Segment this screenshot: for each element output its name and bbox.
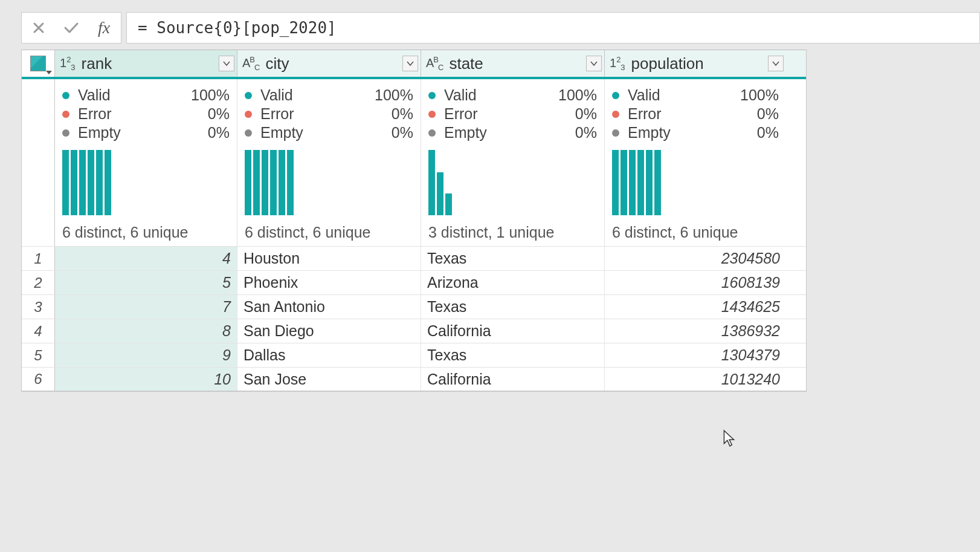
table-row[interactable]: 37San AntonioTexas1434625 [22,294,806,319]
row-number: 3 [22,295,55,319]
column-header-city[interactable]: ABC city [237,50,421,77]
quality-value: 0% [208,124,230,141]
quality-label: Empty [260,124,392,141]
quality-cell-state: Valid100% Error0% Empty0% 3 distinct, 1 … [421,79,605,246]
histogram-bar [621,150,627,215]
commit-icon[interactable] [62,18,81,37]
empty-dot-icon [428,129,436,137]
cell-population[interactable]: 1304379 [605,343,786,367]
histogram-bar [62,150,69,215]
distribution-chart [62,150,230,215]
quality-value: 0% [575,105,597,123]
histogram-bar [79,150,86,215]
column-name: state [449,54,586,73]
histogram-bar [88,150,94,215]
table-row[interactable]: 59DallasTexas1304379 [22,343,806,367]
quality-label: Error [260,105,392,123]
fx-icon[interactable]: fx [94,18,114,37]
error-dot-icon [245,111,252,118]
quality-label: Valid [444,86,558,104]
histogram-bar [96,150,103,215]
number-type-icon: 123 [610,55,625,72]
table-row[interactable]: 48San DiegoCalifornia1386932 [22,319,806,343]
column-name: rank [82,54,219,73]
quality-label: Error [628,105,757,123]
column-header-state[interactable]: ABC state [421,50,605,77]
mouse-cursor-icon [723,429,736,447]
quality-cell-rank: Valid100% Error0% Empty0% 6 distinct, 6 … [55,79,237,246]
row-number: 6 [22,368,55,391]
quality-value: 0% [575,124,597,141]
quality-cell-population: Valid100% Error0% Empty0% 6 distinct, 6 … [605,79,786,246]
cell-population[interactable]: 1434625 [605,295,786,319]
quality-label: Valid [628,86,740,104]
cell-rank[interactable]: 7 [55,295,237,319]
histogram-bar [105,150,111,215]
distinct-summary: 6 distinct, 6 unique [62,224,230,241]
table-row[interactable]: 610San JoseCalifornia1013240 [22,367,806,391]
quality-value: 0% [392,124,413,141]
row-number: 4 [22,319,55,343]
quality-value: 100% [558,86,597,104]
histogram-bar [428,150,435,215]
table-corner-button[interactable] [22,50,55,77]
cell-city[interactable]: San Antonio [237,295,421,319]
distinct-summary: 6 distinct, 6 unique [245,224,413,241]
valid-dot-icon [428,92,436,99]
quality-value: 100% [375,86,413,104]
column-name: population [631,54,768,73]
table-row[interactable]: 25PhoenixArizona1608139 [22,270,806,294]
cell-state[interactable]: Texas [421,343,605,367]
cell-city[interactable]: Dallas [237,343,421,367]
quality-label: Error [78,105,208,123]
cancel-icon[interactable] [29,18,48,37]
column-header-population[interactable]: 123 population [605,50,786,77]
histogram-bar [71,150,77,215]
column-header-rank[interactable]: 123 rank [55,50,237,77]
cell-state[interactable]: Arizona [421,271,605,294]
column-filter-button[interactable] [586,56,602,71]
column-filter-button[interactable] [768,56,784,71]
histogram-bar [637,150,644,215]
column-name: city [265,54,402,73]
cell-rank[interactable]: 9 [55,343,237,367]
cell-city[interactable]: San Jose [237,368,421,391]
empty-dot-icon [62,129,69,137]
histogram-bar [629,150,636,215]
cell-state[interactable]: Texas [421,247,605,270]
cell-rank[interactable]: 5 [55,271,237,294]
quality-value: 100% [740,86,779,104]
quality-gutter [22,79,55,246]
cell-city[interactable]: Houston [237,247,421,270]
cell-state[interactable]: California [421,368,605,391]
cell-rank[interactable]: 10 [55,368,237,391]
cell-state[interactable]: Texas [421,295,605,319]
cell-population[interactable]: 1608139 [605,271,786,294]
formula-input[interactable]: = Source{0}[pop_2020] [126,12,980,44]
quality-value: 0% [392,105,413,123]
column-filter-button[interactable] [219,56,234,71]
cell-city[interactable]: Phoenix [237,271,421,294]
cell-population[interactable]: 2304580 [605,247,786,270]
distinct-summary: 3 distinct, 1 unique [428,224,597,241]
cell-city[interactable]: San Diego [237,319,421,343]
error-dot-icon [62,111,69,118]
histogram-bar [262,150,268,215]
cell-population[interactable]: 1013240 [605,368,786,391]
cell-state[interactable]: California [421,319,605,343]
chevron-down-icon [46,71,52,74]
cell-population[interactable]: 1386932 [605,319,786,343]
cell-rank[interactable]: 8 [55,319,237,343]
quality-value: 0% [757,105,779,123]
histogram-bar [253,150,260,215]
formula-bar-area: fx = Source{0}[pop_2020] [0,0,980,50]
quality-label: Empty [444,124,575,141]
table-row[interactable]: 14HoustonTexas2304580 [22,246,806,270]
quality-label: Empty [628,124,757,141]
cell-rank[interactable]: 4 [55,247,237,270]
column-filter-button[interactable] [402,56,418,71]
error-dot-icon [428,111,436,118]
empty-dot-icon [612,129,619,137]
row-number: 1 [22,247,55,270]
data-table: 123 rank ABC city ABC state 123 populati… [21,50,807,392]
